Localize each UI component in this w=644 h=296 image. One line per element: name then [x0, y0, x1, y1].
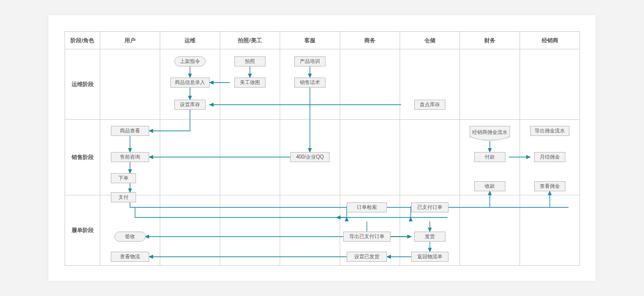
rowhead-ops: 运维阶段 — [65, 49, 100, 120]
diagram-stage: 阶段/角色 用户 运维 拍照/美工 客服 商务 仓储 财务 经销商 运维阶段 销… — [0, 0, 644, 296]
rowhead-fulfil: 履单阶段 — [65, 195, 100, 266]
col-user: 用户 — [100, 32, 160, 49]
col-photo: 拍照/美工 — [220, 32, 280, 49]
col-fin: 财务 — [460, 32, 520, 49]
corner-cell: 阶段/角色 — [65, 32, 100, 49]
col-wh: 仓储 — [400, 32, 460, 49]
row-sales: 销售阶段 — [65, 120, 580, 195]
swimlane-grid: 阶段/角色 用户 运维 拍照/美工 客服 商务 仓储 财务 经销商 运维阶段 销… — [65, 31, 579, 265]
col-ops: 运维 — [160, 32, 220, 49]
row-fulfil: 履单阶段 — [65, 195, 580, 266]
col-biz: 商务 — [340, 32, 400, 49]
col-dist: 经销商 — [520, 32, 580, 49]
header-row: 阶段/角色 用户 运维 拍照/美工 客服 商务 仓储 财务 经销商 — [65, 32, 580, 49]
col-cs: 客服 — [280, 32, 340, 49]
row-ops: 运维阶段 — [65, 49, 580, 120]
rowhead-sales: 销售阶段 — [65, 120, 100, 195]
